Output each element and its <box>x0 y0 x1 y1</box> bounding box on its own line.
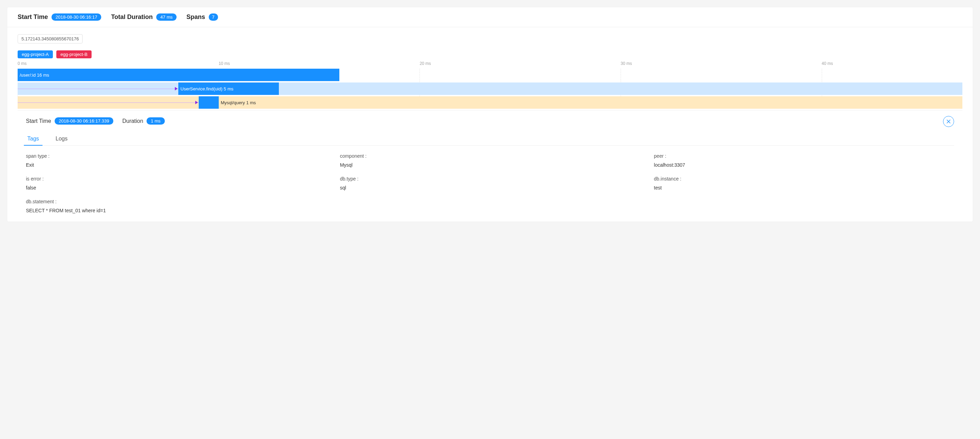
tag-value: SELECT * FROM test_01 where id=1 <box>26 208 954 213</box>
span-bar[interactable]: UserService.find(uid) 5 ms <box>178 82 279 95</box>
detail-start-time: Start Time 2018-08-30 06:16:17.339 <box>26 117 113 125</box>
arrow-icon <box>175 87 178 90</box>
tag-value: Mysql <box>340 162 640 168</box>
tag-value: Exit <box>26 162 326 168</box>
trace-header: Start Time 2018-08-30 06:16:17 Total Dur… <box>7 7 973 27</box>
tag-key: span type : <box>26 153 326 159</box>
tag-key: peer : <box>654 153 954 159</box>
project-tag-a[interactable]: egg-project-A <box>18 51 53 58</box>
trace-id[interactable]: 5.172143.345080855670176 <box>18 34 83 43</box>
span-label: Mysql/query 1 ms <box>221 100 256 105</box>
detail-tabs: Tags Logs <box>26 133 954 146</box>
span-bar[interactable]: /user/:id 16 ms <box>18 69 339 81</box>
tags-grid: span type :Exitcomponent :Mysqlpeer :loc… <box>26 146 954 213</box>
axis-tick: 30 ms <box>620 61 632 66</box>
detail-start-time-label: Start Time <box>26 118 51 124</box>
timeline-axis: 0 ms10 ms20 ms30 ms40 ms <box>18 61 963 69</box>
span-label: UserService.find(uid) 5 ms <box>180 86 233 92</box>
axis-tick: 20 ms <box>420 61 431 66</box>
timeline: 0 ms10 ms20 ms30 ms40 ms /user/:id 16 ms… <box>18 61 963 109</box>
tag-value: test <box>654 185 954 190</box>
axis-tick: 40 ms <box>822 61 833 66</box>
axis-tick: 0 ms <box>18 61 27 66</box>
start-time-badge: 2018-08-30 06:16:17 <box>51 13 102 21</box>
detail-duration: Duration 1 ms <box>123 117 165 125</box>
close-icon <box>947 119 951 124</box>
tag-key: db.instance : <box>654 176 954 182</box>
tab-tags[interactable]: Tags <box>26 133 40 145</box>
tag-item: is error :false <box>26 176 326 190</box>
detail-header: Start Time 2018-08-30 06:16:17.339 Durat… <box>26 117 954 125</box>
tag-item: db.instance :test <box>654 176 954 190</box>
close-button[interactable] <box>943 116 954 127</box>
tag-value: sql <box>340 185 640 190</box>
header-total-duration: Total Duration 47 ms <box>111 13 177 21</box>
project-tags: egg-project-A egg-project-B <box>18 51 963 58</box>
span-row[interactable]: Mysql/query 1 ms <box>18 96 963 109</box>
project-tag-b[interactable]: egg-project-B <box>56 51 92 58</box>
tag-key: db.statement : <box>26 199 954 204</box>
tag-item: db.type :sql <box>340 176 640 190</box>
detail-duration-badge: 1 ms <box>146 117 164 125</box>
timeline-rows: /user/:id 16 msUserService.find(uid) 5 m… <box>18 69 963 109</box>
trace-card: Start Time 2018-08-30 06:16:17 Total Dur… <box>7 7 973 222</box>
span-row[interactable]: UserService.find(uid) 5 ms <box>18 82 963 95</box>
tag-key: db.type : <box>340 176 640 182</box>
spans-label: Spans <box>186 13 205 21</box>
span-detail-panel: Start Time 2018-08-30 06:16:17.339 Durat… <box>18 110 963 222</box>
spans-badge: 7 <box>209 13 218 21</box>
span-row[interactable]: /user/:id 16 ms <box>18 69 963 81</box>
span-connector <box>18 103 199 103</box>
detail-start-time-badge: 2018-08-30 06:16:17.339 <box>55 117 113 125</box>
tag-item: component :Mysql <box>340 153 640 168</box>
header-spans: Spans 7 <box>186 13 218 21</box>
span-connector <box>18 89 178 89</box>
tag-item: peer :localhost:3307 <box>654 153 954 168</box>
start-time-label: Start Time <box>18 13 48 21</box>
span-label: /user/:id 16 ms <box>20 73 49 78</box>
total-duration-badge: 47 ms <box>156 13 177 21</box>
tag-value: false <box>26 185 326 190</box>
detail-duration-label: Duration <box>123 118 143 124</box>
tag-item: span type :Exit <box>26 153 326 168</box>
axis-tick: 10 ms <box>219 61 230 66</box>
tab-logs[interactable]: Logs <box>54 133 69 145</box>
tag-value: localhost:3307 <box>654 162 954 168</box>
tag-key: is error : <box>26 176 326 182</box>
header-start-time: Start Time 2018-08-30 06:16:17 <box>18 13 101 21</box>
tag-key: component : <box>340 153 640 159</box>
total-duration-label: Total Duration <box>111 13 153 21</box>
arrow-icon <box>195 101 198 104</box>
tag-item: db.statement :SELECT * FROM test_01 wher… <box>26 199 954 213</box>
span-bar[interactable] <box>199 96 219 109</box>
